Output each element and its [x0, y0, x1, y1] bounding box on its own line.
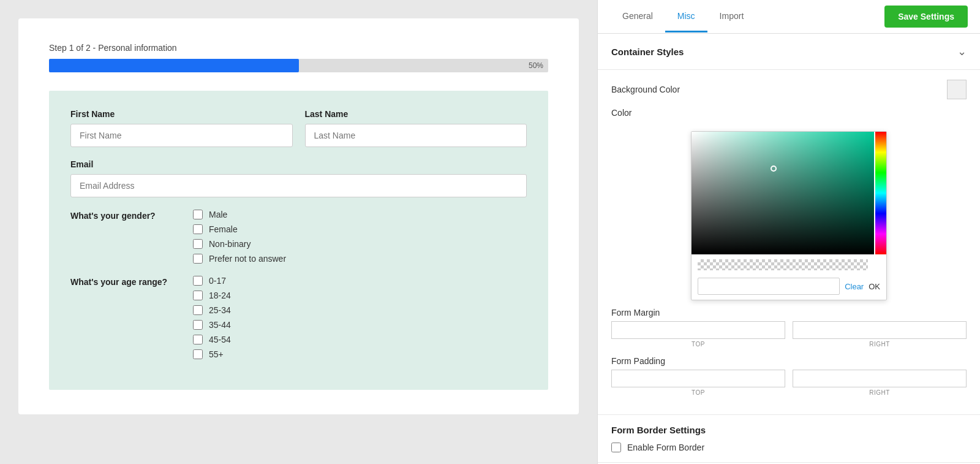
tab-general[interactable]: General [610, 1, 665, 32]
first-name-group: First Name [70, 109, 293, 147]
list-item[interactable]: Male [193, 210, 527, 219]
alpha-row-container [692, 254, 886, 273]
form-preview: Step 1 of 2 - Personal information 50% F… [0, 0, 597, 464]
container-styles-content: Background Color Color [598, 70, 980, 415]
progress-label: 50% [529, 61, 543, 70]
chevron-down-icon: ⌄ [957, 45, 967, 58]
form-margin-right-label: RIGHT [869, 341, 890, 348]
tab-import[interactable]: Import [707, 1, 756, 32]
background-color-row: Background Color [611, 80, 967, 99]
form-card: Step 1 of 2 - Personal information 50% F… [18, 18, 579, 414]
gender-checkbox-group: Male Female Non-binary Prefer not to ans… [193, 210, 527, 264]
container-styles-title: Container Styles [611, 47, 684, 57]
list-item[interactable]: Female [193, 224, 527, 234]
color-value-row: rgba(158, 206, 194, 0.26) Clear OK [692, 273, 886, 300]
name-row: First Name Last Name [70, 109, 527, 147]
form-margin-right-group: RIGHT [793, 321, 967, 348]
list-item[interactable]: 0-17 [193, 276, 527, 286]
form-padding-top-group: TOP [611, 370, 785, 396]
age-label: What's your age range? [70, 276, 181, 359]
color-picker-cursor [771, 165, 777, 172]
email-row: Email [70, 159, 527, 197]
form-padding-right-group: RIGHT [793, 370, 967, 396]
container-styles-header[interactable]: Container Styles ⌄ [598, 34, 980, 70]
form-padding-right-input[interactable] [793, 370, 967, 387]
enable-border-row: Enable Form Border [611, 443, 967, 452]
list-item[interactable]: Non-binary [193, 239, 527, 249]
color-row: Color [611, 108, 967, 118]
progress-bar-container: 50% [49, 59, 548, 72]
form-margin-top-input[interactable] [611, 321, 785, 339]
color-gradient-area[interactable] [692, 132, 886, 254]
form-margin-right-input[interactable] [793, 321, 967, 339]
form-padding-row: Form Padding TOP RIGHT [611, 356, 967, 396]
color-value-input[interactable]: rgba(158, 206, 194, 0.26) [698, 278, 840, 295]
gradient-canvas [692, 132, 874, 254]
alpha-slider[interactable] [698, 259, 868, 270]
form-margin-top-label: TOP [692, 341, 705, 348]
form-body: First Name Last Name Email What's your g… [49, 91, 548, 390]
list-item[interactable]: 35-44 [193, 320, 527, 330]
list-item[interactable]: 18-24 [193, 291, 527, 300]
hue-slider[interactable] [875, 132, 886, 254]
email-label: Email [70, 159, 527, 169]
settings-panel: General Misc Import Save Settings Contai… [597, 0, 980, 464]
list-item[interactable]: 25-34 [193, 305, 527, 315]
color-label: Color [611, 108, 967, 118]
gender-question-row: What's your gender? Male Female Non-bina… [70, 210, 527, 264]
email-group: Email [70, 159, 527, 197]
tab-misc[interactable]: Misc [665, 1, 707, 32]
last-name-input[interactable] [305, 124, 527, 147]
step-label: Step 1 of 2 - Personal information [49, 43, 548, 53]
form-border-title: Form Border Settings [611, 425, 967, 435]
gender-options: Male Female Non-binary Prefer not to ans… [193, 210, 527, 264]
form-padding-right-label: RIGHT [869, 389, 890, 396]
form-padding-label: Form Padding [611, 356, 967, 366]
background-color-label: Background Color [611, 85, 947, 94]
progress-bar-fill [49, 59, 299, 72]
form-border-settings: Form Border Settings Enable Form Border [598, 415, 980, 463]
background-color-swatch[interactable] [947, 80, 967, 99]
last-name-group: Last Name [305, 109, 527, 147]
color-ok-button[interactable]: OK [869, 282, 880, 291]
gender-label: What's your gender? [70, 210, 181, 264]
form-margin-row: Form Margin TOP RIGHT [611, 308, 967, 348]
color-picker-overlay: rgba(158, 206, 194, 0.26) Clear OK [691, 131, 887, 300]
age-options: 0-17 18-24 25-34 35-44 45-54 55+ [193, 276, 527, 359]
color-clear-button[interactable]: Clear [845, 282, 864, 291]
email-input[interactable] [70, 174, 527, 197]
age-question-row: What's your age range? 0-17 18-24 25-34 … [70, 276, 527, 359]
enable-border-checkbox[interactable] [611, 443, 621, 452]
first-name-label: First Name [70, 109, 293, 119]
last-name-label: Last Name [305, 109, 527, 119]
enable-border-label: Enable Form Border [627, 443, 704, 452]
form-padding-top-input[interactable] [611, 370, 785, 387]
color-picker: rgba(158, 206, 194, 0.26) Clear OK [611, 126, 967, 300]
form-margin-inputs: TOP RIGHT [611, 321, 967, 348]
first-name-input[interactable] [70, 124, 293, 147]
save-settings-button[interactable]: Save Settings [884, 6, 968, 28]
age-checkbox-group: 0-17 18-24 25-34 35-44 45-54 55+ [193, 276, 527, 359]
form-margin-label: Form Margin [611, 308, 967, 318]
list-item[interactable]: Prefer not to answer [193, 254, 527, 264]
settings-header: General Misc Import Save Settings [598, 0, 980, 34]
list-item[interactable]: 45-54 [193, 335, 527, 344]
form-padding-top-label: TOP [692, 389, 705, 396]
list-item[interactable]: 55+ [193, 349, 527, 359]
form-padding-inputs: TOP RIGHT [611, 370, 967, 396]
form-margin-top-group: TOP [611, 321, 785, 348]
settings-body: Container Styles ⌄ Background Color Colo… [598, 34, 980, 464]
